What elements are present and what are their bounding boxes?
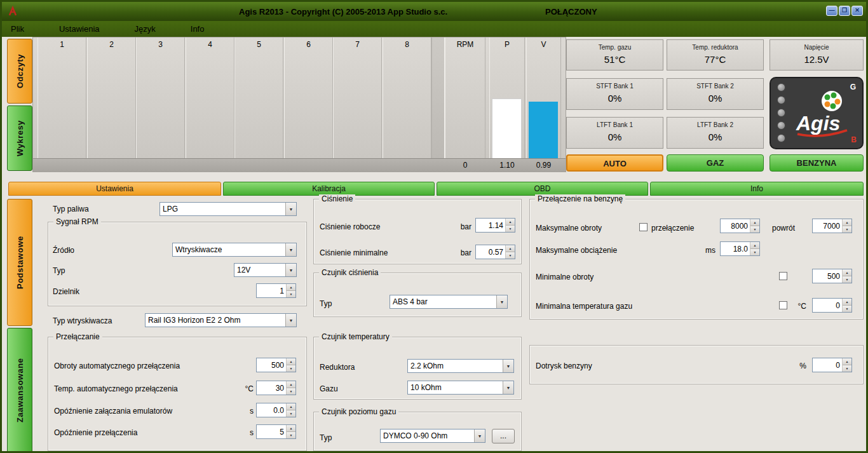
czujnik-cisnienia-typ-select[interactable]: ABS 4 bar ▼ bbox=[390, 295, 508, 309]
spin-up-icon[interactable]: ▲ bbox=[287, 381, 295, 388]
min-temp-checkbox[interactable] bbox=[779, 301, 787, 309]
spin-up-icon[interactable]: ▲ bbox=[287, 358, 295, 365]
spin-up-icon[interactable]: ▲ bbox=[843, 219, 851, 226]
rpm-typ-select[interactable]: 12V ▼ bbox=[234, 263, 297, 277]
poziom-more-button[interactable]: ... bbox=[492, 429, 515, 443]
spin-up-icon[interactable]: ▲ bbox=[843, 299, 851, 306]
spin-down-icon[interactable]: ▼ bbox=[750, 249, 759, 255]
spin-up-icon[interactable]: ▲ bbox=[506, 219, 515, 226]
min-obroty-checkbox[interactable] bbox=[779, 272, 787, 280]
side-tab-podstawowe[interactable]: Podstawowe bbox=[7, 199, 32, 326]
connection-status: POŁĄCZONY bbox=[545, 7, 597, 17]
reduktora-select[interactable]: 2.2 kOhm ▼ bbox=[407, 359, 514, 373]
spin-up-icon[interactable]: ▲ bbox=[843, 358, 851, 365]
spin-down-icon[interactable]: ▼ bbox=[287, 410, 295, 417]
powrot-input[interactable] bbox=[813, 219, 842, 233]
tab-info[interactable]: Info bbox=[650, 182, 864, 196]
temp-auto-input[interactable] bbox=[257, 381, 286, 395]
reduktora-label: Reduktora bbox=[320, 363, 355, 372]
spin-down-icon[interactable]: ▼ bbox=[287, 291, 295, 297]
spin-down-icon[interactable]: ▼ bbox=[287, 365, 295, 372]
tab-ustawienia[interactable]: Ustawienia bbox=[8, 182, 221, 196]
group-title: Przełączenie na benzynę bbox=[535, 194, 625, 203]
cisnienie-minimalne-input[interactable] bbox=[476, 245, 505, 259]
spin-down-icon[interactable]: ▼ bbox=[287, 388, 295, 395]
obroty-auto-input[interactable] bbox=[257, 358, 286, 372]
spin-up-icon[interactable]: ▲ bbox=[287, 284, 295, 291]
chevron-down-icon[interactable]: ▼ bbox=[285, 314, 296, 327]
chevron-down-icon[interactable]: ▼ bbox=[503, 381, 513, 394]
spin-up-icon[interactable]: ▲ bbox=[506, 245, 515, 252]
spin-down-icon[interactable]: ▼ bbox=[750, 226, 759, 233]
group-title: Czujnik ciśnienia bbox=[319, 268, 381, 277]
reduktora-value: 2.2 kOhm bbox=[408, 360, 503, 372]
spin-up-icon[interactable]: ▲ bbox=[843, 269, 851, 276]
dzielnik-input[interactable] bbox=[257, 284, 286, 297]
spin-up-icon[interactable]: ▲ bbox=[750, 242, 759, 249]
przelaczenie-checkbox[interactable] bbox=[639, 223, 648, 231]
menu-jezyk[interactable]: Język bbox=[135, 24, 156, 34]
pressure-value: 1.10 bbox=[489, 161, 525, 170]
chevron-down-icon[interactable]: ▼ bbox=[503, 360, 513, 372]
spin-up-icon[interactable]: ▲ bbox=[287, 425, 295, 432]
group-title: Czujnik temperatury bbox=[319, 332, 392, 341]
menu-ustawienia[interactable]: Ustawienia bbox=[59, 24, 100, 34]
chevron-down-icon[interactable]: ▼ bbox=[285, 203, 296, 215]
chevron-down-icon[interactable]: ▼ bbox=[285, 264, 296, 276]
spin-down-icon[interactable]: ▼ bbox=[287, 432, 295, 438]
menu-plik[interactable]: Plik bbox=[11, 24, 24, 34]
dzielnik-label: Dzielnik bbox=[53, 287, 79, 296]
chevron-down-icon[interactable]: ▼ bbox=[285, 243, 296, 256]
tab-obd[interactable]: OBD bbox=[437, 182, 648, 196]
zrodlo-select[interactable]: Wtryskiwacze ▼ bbox=[172, 243, 297, 257]
zrodlo-value: Wtryskiwacze bbox=[173, 243, 285, 256]
spin-down-icon[interactable]: ▼ bbox=[843, 276, 851, 283]
maks-obciazenie-input[interactable] bbox=[721, 242, 750, 255]
spin-down-icon[interactable]: ▼ bbox=[843, 226, 851, 233]
gaz-mode-button[interactable]: GAZ bbox=[667, 154, 764, 172]
cisnienie-robocze-input[interactable] bbox=[476, 219, 505, 232]
spin-down-icon[interactable]: ▼ bbox=[506, 252, 515, 259]
poziom-typ-label: Typ bbox=[320, 433, 332, 442]
maks-obroty-input[interactable] bbox=[721, 219, 750, 233]
spin-down-icon[interactable]: ▼ bbox=[843, 365, 851, 372]
gazu-select[interactable]: 10 kOhm ▼ bbox=[407, 381, 514, 395]
led-indicator bbox=[777, 121, 785, 130]
typ-wtryskiwacza-select[interactable]: Rail IG3 Horizon E2 2 Ohm ▼ bbox=[145, 313, 297, 327]
readout-value: 0% bbox=[667, 132, 763, 142]
benzyna-mode-button[interactable]: BENZYNA bbox=[770, 154, 864, 172]
readout-label: LTFT Bank 2 bbox=[667, 121, 763, 128]
app-window: Agis R2013 - Copyright (C) 2005-2013 App… bbox=[0, 0, 868, 453]
agis-device-panel: G B Agis bbox=[770, 77, 864, 149]
side-tab-odczyty[interactable]: Odczyty bbox=[7, 39, 32, 104]
spin-up-icon[interactable]: ▲ bbox=[750, 219, 759, 226]
spin-up-icon[interactable]: ▲ bbox=[287, 403, 295, 410]
dotrysk-input[interactable] bbox=[813, 358, 842, 372]
voltage-header: V bbox=[527, 40, 560, 49]
opoznienie-przelaczenia-input[interactable] bbox=[257, 425, 286, 438]
channel-header: 5 bbox=[235, 40, 283, 49]
min-temp-input[interactable] bbox=[813, 299, 842, 312]
tab-kalibracja[interactable]: Kalibracja bbox=[223, 182, 435, 196]
minimize-icon[interactable]: — bbox=[826, 6, 837, 16]
typ-paliwa-select[interactable]: LPG ▼ bbox=[159, 202, 297, 216]
opoznienie-emulatorow-input[interactable] bbox=[257, 403, 286, 417]
side-tab-wykresy[interactable]: Wykresy bbox=[7, 105, 32, 171]
channel-header: 6 bbox=[285, 40, 332, 49]
side-tab-zaawansowane[interactable]: Zaawansowane bbox=[7, 328, 32, 453]
maximize-icon[interactable]: ❐ bbox=[839, 6, 850, 16]
menubar: Plik Ustawienia Język Info bbox=[2, 21, 866, 37]
poziom-typ-select[interactable]: DYMCO 0-90 Ohm ▼ bbox=[380, 429, 485, 443]
spin-down-icon[interactable]: ▼ bbox=[843, 306, 851, 312]
chevron-down-icon[interactable]: ▼ bbox=[474, 429, 485, 442]
close-icon[interactable]: ✕ bbox=[851, 6, 863, 16]
auto-mode-button[interactable]: AUTO bbox=[566, 154, 663, 172]
channel-column-2: 2 bbox=[87, 37, 136, 159]
cisnienie-robocze-spinner: ▲▼ bbox=[475, 218, 515, 233]
channel-column-8: 8 bbox=[383, 37, 431, 159]
menu-info[interactable]: Info bbox=[191, 24, 205, 34]
min-obroty-input[interactable] bbox=[813, 269, 842, 283]
chevron-down-icon[interactable]: ▼ bbox=[496, 295, 507, 308]
spin-down-icon[interactable]: ▼ bbox=[506, 226, 515, 232]
dotrysk-label: Dotrysk benzyny bbox=[536, 362, 592, 370]
